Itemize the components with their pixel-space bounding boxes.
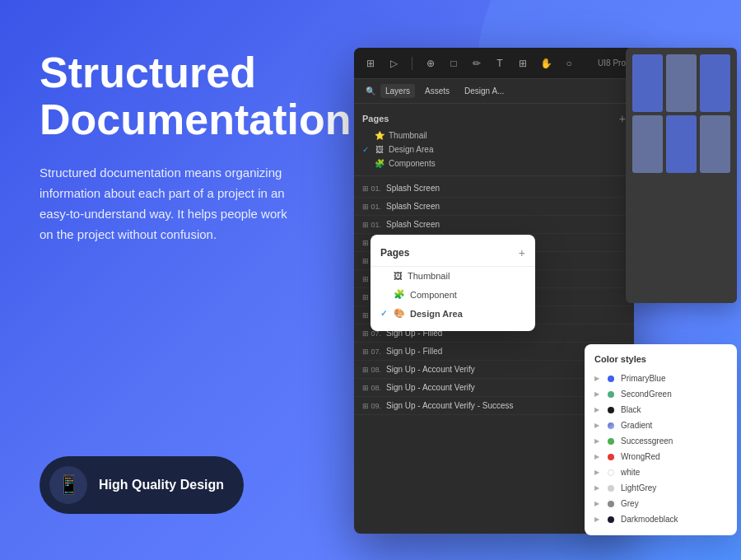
chevron-right-icon: ▶ <box>594 453 599 460</box>
layer-item[interactable]: ⊞ 01. Splash Screen <box>354 216 634 234</box>
tool-hand[interactable]: ✋ <box>538 55 554 72</box>
layer-name: Splash Screen <box>386 220 440 229</box>
color-dot <box>608 485 614 492</box>
chevron-right-icon: ▶ <box>594 437 599 445</box>
layer-hash: ⊞ 08. <box>362 384 381 392</box>
page-icon: ⭐ <box>374 131 385 140</box>
pages-popup: Pages + 🖼 Thumbnail 🧩 Component ✓ 🎨 Desi… <box>370 235 535 331</box>
quality-badge[interactable]: 📱 High Quality Design <box>40 456 244 514</box>
preview-cell <box>700 54 730 112</box>
pages-add-button[interactable]: + <box>619 112 626 125</box>
tool-components[interactable]: ⊞ <box>515 55 531 72</box>
color-label: SecondGreen <box>621 390 672 399</box>
chevron-right-icon: ▶ <box>594 516 599 523</box>
popup-item-component[interactable]: 🧩 Component <box>370 285 535 304</box>
color-item-secondgreen[interactable]: ▶ SecondGreen <box>585 386 737 402</box>
main-title: StructuredDocumentation <box>40 49 352 143</box>
pages-section: Pages + ⭐ Thumbnail ✓ 🖼 Design Area 🧩 Co… <box>354 104 634 176</box>
tab-layers[interactable]: Layers <box>380 84 415 98</box>
tab-design[interactable]: Design A... <box>459 84 509 98</box>
color-label: PrimaryBlue <box>621 374 665 383</box>
tabs-row: 🔍 Layers Assets Design A... <box>354 79 634 104</box>
preview-cell <box>666 115 697 173</box>
layer-name: Sign Up - Filled <box>386 347 442 356</box>
chevron-right-icon: ▶ <box>594 469 599 476</box>
color-label: Darkmodeblack <box>621 515 678 524</box>
chevron-right-icon: ▶ <box>594 422 599 429</box>
color-dot <box>608 391 614 398</box>
popup-header: Pages + <box>370 243 535 267</box>
layer-name: Splash Screen <box>386 184 440 193</box>
color-label: WrongRed <box>621 452 660 461</box>
color-dot <box>608 422 614 429</box>
layer-name: Sign Up - Account Verify <box>386 365 475 374</box>
color-item-wrongred[interactable]: ▶ WrongRed <box>585 449 737 464</box>
color-label: Black <box>621 405 641 414</box>
tool-frame[interactable]: ⊞ <box>362 55 379 72</box>
page-icon: 🧩 <box>394 289 405 300</box>
color-dot <box>608 407 614 413</box>
layer-name: Splash Screen <box>386 202 440 211</box>
chevron-right-icon: ▶ <box>594 390 599 398</box>
color-item-darkmodeblack[interactable]: ▶ Darkmodeblack <box>585 511 737 527</box>
layer-hash: ⊞ 09. <box>362 402 381 410</box>
preview-panel <box>626 48 737 303</box>
color-dot <box>608 376 614 382</box>
popup-item-thumbnail[interactable]: 🖼 Thumbnail <box>370 267 535 285</box>
badge-text: High Quality Design <box>99 478 224 492</box>
layer-hash: ⊞ 08. <box>362 366 381 374</box>
search-icon[interactable]: 🔍 <box>366 86 375 96</box>
color-item-primary[interactable]: ▶ PrimaryBlue <box>585 371 737 386</box>
page-label: Thumbnail <box>389 131 427 140</box>
tool-rect[interactable]: □ <box>445 55 462 72</box>
popup-add-icon[interactable]: + <box>519 246 525 259</box>
username: UI8 Pro <box>598 58 626 68</box>
page-icon: 🖼 <box>374 145 385 154</box>
preview-grid <box>626 48 737 180</box>
page-label: Components <box>389 159 436 168</box>
tool-select[interactable]: ▷ <box>385 55 402 72</box>
description: Structured documentation means organizin… <box>40 163 295 245</box>
color-item-lightgrey[interactable]: ▶ LightGrey <box>585 480 737 496</box>
page-thumbnail[interactable]: ⭐ Thumbnail <box>362 128 626 142</box>
toolbar: ⊞ ▷ ⊕ □ ✏ T ⊞ ✋ ○ UI8 Pro <box>354 48 634 79</box>
ui-area: ⊞ ▷ ⊕ □ ✏ T ⊞ ✋ ○ UI8 Pro 🔍 Layers Asset… <box>346 0 741 560</box>
page-label: Design Area <box>389 145 433 154</box>
preview-cell <box>632 115 663 173</box>
popup-item-design-area[interactable]: ✓ 🎨 Design Area <box>370 304 535 323</box>
tab-assets[interactable]: Assets <box>420 84 454 98</box>
preview-cell <box>700 115 730 173</box>
color-label: Successgreen <box>621 436 673 446</box>
color-item-white[interactable]: ▶ white <box>585 464 737 480</box>
color-dot <box>608 469 614 476</box>
chevron-right-icon: ▶ <box>594 406 599 413</box>
layer-name: Sign Up - Account Verify <box>386 383 475 392</box>
page-components[interactable]: 🧩 Components <box>362 156 626 170</box>
tool-circle[interactable]: ○ <box>561 55 577 72</box>
pages-title: Pages <box>362 114 389 124</box>
check-icon: ✓ <box>380 309 389 318</box>
toolbar-divider <box>412 57 412 70</box>
color-label: LightGrey <box>621 483 656 492</box>
layer-hash: ⊞ 01. <box>362 184 381 193</box>
check-icon: ✓ <box>362 145 370 154</box>
tool-text[interactable]: T <box>492 55 508 72</box>
badge-icon: 📱 <box>49 466 87 504</box>
color-dot <box>608 454 614 460</box>
color-item-black[interactable]: ▶ Black <box>585 402 737 418</box>
tool-add[interactable]: ⊕ <box>422 55 439 72</box>
layer-item[interactable]: ⊞ 01. Splash Screen <box>354 180 634 198</box>
page-design-area[interactable]: ✓ 🖼 Design Area <box>362 142 626 156</box>
tool-pen[interactable]: ✏ <box>468 55 485 72</box>
color-dot <box>608 438 614 445</box>
popup-item-label: Thumbnail <box>408 271 450 281</box>
page-icon: 🎨 <box>394 308 405 319</box>
color-item-successgreen[interactable]: ▶ Successgreen <box>585 433 737 449</box>
chevron-right-icon: ▶ <box>594 484 599 492</box>
popup-title: Pages <box>380 247 409 259</box>
layer-item[interactable]: ⊞ 01. Splash Screen <box>354 198 634 216</box>
color-card-title: Color styles <box>585 352 737 371</box>
popup-item-label: Design Area <box>410 309 463 319</box>
color-item-gradient[interactable]: ▶ Gradient <box>585 418 737 433</box>
color-item-grey[interactable]: ▶ Grey <box>585 496 737 511</box>
